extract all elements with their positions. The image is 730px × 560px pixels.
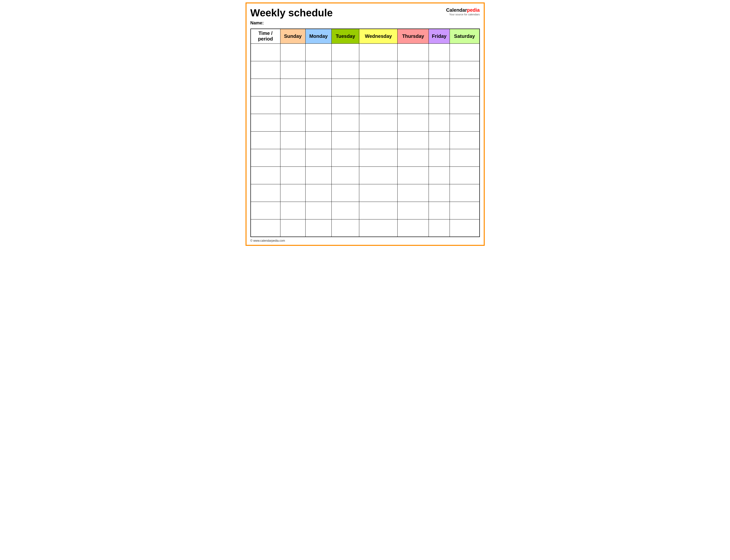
table-cell[interactable] xyxy=(359,166,397,184)
table-cell[interactable] xyxy=(449,131,479,149)
table-cell[interactable] xyxy=(332,131,359,149)
table-cell[interactable] xyxy=(429,184,450,202)
table-cell[interactable] xyxy=(429,61,450,79)
table-cell[interactable] xyxy=(449,79,479,96)
table-cell[interactable] xyxy=(332,219,359,237)
table-cell[interactable] xyxy=(449,96,479,114)
table-cell[interactable] xyxy=(332,184,359,202)
table-cell[interactable] xyxy=(397,149,429,166)
table-cell[interactable] xyxy=(429,43,450,61)
table-cell[interactable] xyxy=(359,43,397,61)
table-cell[interactable] xyxy=(280,219,305,237)
table-cell[interactable] xyxy=(305,96,332,114)
table-cell[interactable] xyxy=(251,61,281,79)
table-cell[interactable] xyxy=(397,114,429,131)
table-cell[interactable] xyxy=(251,184,281,202)
table-cell[interactable] xyxy=(332,61,359,79)
table-cell[interactable] xyxy=(305,43,332,61)
table-row xyxy=(251,166,479,184)
col-header-saturday: Saturday xyxy=(449,29,479,43)
table-cell[interactable] xyxy=(449,166,479,184)
table-cell[interactable] xyxy=(397,61,429,79)
logo-title: Calendarpedia xyxy=(446,7,480,13)
table-cell[interactable] xyxy=(251,166,281,184)
name-label: Name: xyxy=(251,21,446,26)
table-cell[interactable] xyxy=(305,114,332,131)
table-cell[interactable] xyxy=(359,114,397,131)
table-cell[interactable] xyxy=(449,202,479,219)
table-cell[interactable] xyxy=(251,79,281,96)
table-cell[interactable] xyxy=(359,184,397,202)
table-cell[interactable] xyxy=(251,131,281,149)
table-cell[interactable] xyxy=(359,219,397,237)
table-cell[interactable] xyxy=(251,202,281,219)
table-cell[interactable] xyxy=(397,184,429,202)
table-cell[interactable] xyxy=(280,202,305,219)
table-cell[interactable] xyxy=(397,131,429,149)
table-cell[interactable] xyxy=(251,149,281,166)
table-cell[interactable] xyxy=(280,131,305,149)
table-cell[interactable] xyxy=(280,43,305,61)
table-cell[interactable] xyxy=(449,184,479,202)
table-cell[interactable] xyxy=(332,114,359,131)
table-cell[interactable] xyxy=(332,96,359,114)
table-cell[interactable] xyxy=(332,202,359,219)
header-row: Time / period Sunday Monday Tuesday Wedn… xyxy=(251,29,479,43)
table-cell[interactable] xyxy=(305,61,332,79)
footer-area: © www.calendarpedia.com xyxy=(251,239,480,242)
table-cell[interactable] xyxy=(305,79,332,96)
table-cell[interactable] xyxy=(305,202,332,219)
table-cell[interactable] xyxy=(429,166,450,184)
table-cell[interactable] xyxy=(359,149,397,166)
table-cell[interactable] xyxy=(359,131,397,149)
table-cell[interactable] xyxy=(397,219,429,237)
table-cell[interactable] xyxy=(429,219,450,237)
header-area: Weekly schedule Name: Calendarpedia Your… xyxy=(251,7,480,26)
table-cell[interactable] xyxy=(305,166,332,184)
table-cell[interactable] xyxy=(332,79,359,96)
table-row xyxy=(251,96,479,114)
table-cell[interactable] xyxy=(280,96,305,114)
table-cell[interactable] xyxy=(449,43,479,61)
table-cell[interactable] xyxy=(305,131,332,149)
table-cell[interactable] xyxy=(429,96,450,114)
table-row xyxy=(251,61,479,79)
table-cell[interactable] xyxy=(397,43,429,61)
table-cell[interactable] xyxy=(280,61,305,79)
table-row xyxy=(251,202,479,219)
table-cell[interactable] xyxy=(397,79,429,96)
table-cell[interactable] xyxy=(449,219,479,237)
table-cell[interactable] xyxy=(359,202,397,219)
table-row xyxy=(251,219,479,237)
table-cell[interactable] xyxy=(397,96,429,114)
table-cell[interactable] xyxy=(332,166,359,184)
table-cell[interactable] xyxy=(449,61,479,79)
table-cell[interactable] xyxy=(251,114,281,131)
table-cell[interactable] xyxy=(251,96,281,114)
table-cell[interactable] xyxy=(449,149,479,166)
table-cell[interactable] xyxy=(251,219,281,237)
table-cell[interactable] xyxy=(359,61,397,79)
table-cell[interactable] xyxy=(359,79,397,96)
title-section: Weekly schedule Name: xyxy=(251,7,446,26)
table-cell[interactable] xyxy=(280,79,305,96)
table-cell[interactable] xyxy=(280,166,305,184)
table-cell[interactable] xyxy=(359,96,397,114)
table-cell[interactable] xyxy=(449,114,479,131)
table-cell[interactable] xyxy=(429,79,450,96)
table-cell[interactable] xyxy=(280,184,305,202)
table-cell[interactable] xyxy=(305,219,332,237)
table-cell[interactable] xyxy=(332,43,359,61)
table-cell[interactable] xyxy=(332,149,359,166)
table-cell[interactable] xyxy=(429,131,450,149)
table-cell[interactable] xyxy=(397,202,429,219)
table-cell[interactable] xyxy=(280,149,305,166)
table-cell[interactable] xyxy=(429,114,450,131)
table-cell[interactable] xyxy=(429,202,450,219)
table-cell[interactable] xyxy=(305,149,332,166)
table-cell[interactable] xyxy=(429,149,450,166)
table-cell[interactable] xyxy=(280,114,305,131)
table-cell[interactable] xyxy=(305,184,332,202)
table-cell[interactable] xyxy=(251,43,281,61)
table-cell[interactable] xyxy=(397,166,429,184)
